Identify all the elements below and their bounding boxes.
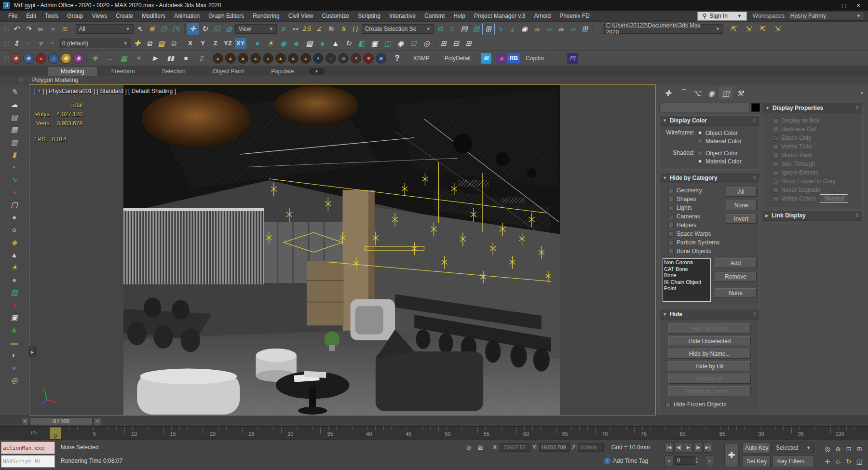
menu-item[interactable]: Phoenix FD (555, 11, 594, 21)
y-coordinate[interactable]: Y:19203.789... (532, 443, 570, 452)
target-icon[interactable]: ◎ (421, 38, 433, 49)
cameras-category-icon[interactable]: ◉ (278, 38, 289, 49)
toolbar-grip[interactable]: ⣿⣿ (2, 26, 10, 31)
category-list[interactable]: Non-CoronaCAT BoneBoneIK Chain ObjectPoi… (663, 258, 711, 302)
percent-snap-toggle-icon[interactable]: % (326, 23, 337, 35)
go-to-end-icon[interactable]: ▶| (703, 442, 712, 453)
film-reel-icon[interactable]: ◉ (395, 38, 407, 49)
previous-key-button[interactable]: « (665, 456, 674, 466)
window-crossing-icon[interactable]: ◳ (170, 23, 182, 35)
display-property-checkbox[interactable]: Never Degrade (773, 186, 859, 194)
hide-button[interactable]: Hide by Hit (668, 361, 751, 371)
tan-sphere-icon[interactable]: ● (7, 212, 22, 223)
viewport-label[interactable]: [ + ] [ PhysCamera001 ] [ Standard ] [ D… (34, 88, 176, 94)
scene-explorer-toggle-icon[interactable]: ⇕ (11, 38, 22, 49)
category-button[interactable]: All (726, 187, 757, 197)
cone-icon[interactable]: ▲ (7, 249, 22, 260)
display-property-checkbox[interactable]: Display as Box (773, 116, 859, 125)
selection-lock-icon[interactable]: ⊠ (475, 443, 485, 452)
menu-item[interactable]: Interactive (385, 11, 420, 21)
toggle-scene-explorer-icon[interactable]: ▤ (459, 23, 470, 35)
selected-dropdown[interactable]: Selected▼ (773, 443, 814, 453)
track-bar[interactable]: ı∿ 5101520253035404550556065707580859095… (0, 426, 868, 440)
maximize-viewport-icon[interactable]: ◱ (854, 456, 864, 467)
display-property-checkbox[interactable]: Motion Path (773, 151, 859, 160)
ribbon-tab[interactable]: Populate (258, 67, 306, 76)
image-plane-icon[interactable]: ▣ (369, 38, 380, 49)
rectangular-selection-region-icon[interactable]: ⊡ (158, 23, 170, 35)
sign-in-button[interactable]: ⚲ Sign In ▼ (697, 12, 747, 21)
plant-icon[interactable]: ♠ (317, 38, 328, 49)
render-production-icon[interactable]: ☕ (555, 23, 567, 35)
select-and-place-icon[interactable]: ◍ (223, 23, 235, 35)
ribbon-grip[interactable]: ⣿⣿ (17, 78, 24, 82)
next-frame-button[interactable]: > (94, 417, 101, 425)
select-and-scale-icon[interactable]: ◱ (211, 23, 223, 35)
category-checkbox[interactable]: Space Warps (668, 229, 726, 238)
teal-chip-icon[interactable]: ▪ (7, 161, 22, 173)
geometry-category-icon[interactable]: ● (252, 38, 263, 49)
help-icon[interactable]: ? (392, 53, 403, 64)
axis-constraint-button[interactable]: XY (235, 38, 246, 49)
category-none-button[interactable]: None (715, 288, 757, 298)
axis-constraint-button[interactable]: X (185, 38, 196, 49)
select-and-rotate-icon[interactable]: ↻ (199, 23, 211, 35)
angle-snap-toggle-icon[interactable]: ∠ (313, 23, 325, 35)
wireframe-material-color-radio[interactable]: Material Color (697, 137, 742, 145)
green-checker-icon[interactable]: ▦ (118, 53, 130, 64)
burst-icon[interactable]: ✱ (363, 53, 374, 64)
arc-rotate-icon[interactable]: ↻ (343, 38, 354, 49)
layer-color-icon[interactable]: ▪ (47, 38, 58, 49)
category-list-item[interactable]: Bone (664, 272, 709, 279)
category-list-item[interactable]: CAT Bone (664, 266, 709, 273)
display-properties-header[interactable]: ▼Display Properties⠿ (762, 103, 862, 113)
use-pivot-point-center-icon[interactable]: ⊕ (277, 23, 289, 35)
green-burst-icon[interactable]: ✶ (133, 53, 144, 64)
display-tab-icon[interactable]: ◫ (719, 87, 732, 99)
auto-key-button[interactable]: Auto Key (743, 442, 771, 454)
gem-tool-icon[interactable]: ◈ (496, 53, 507, 64)
shaded-material-color-radio[interactable]: Material Color (697, 157, 742, 165)
stop-tool-icon[interactable]: ■ (180, 53, 192, 64)
plugin-icon[interactable]: △ (48, 53, 59, 64)
blue-sphere-icon[interactable]: ● (7, 362, 22, 373)
align-icon[interactable]: ≡ (447, 23, 458, 35)
ribbon-media-button[interactable]: ▼ (309, 68, 325, 75)
object-color-swatch[interactable] (751, 103, 760, 112)
render-iterative-icon[interactable]: ☕ (567, 23, 579, 35)
menu-item[interactable]: Edit (22, 11, 41, 21)
category-checkbox[interactable]: Geometry (668, 186, 726, 195)
mini-curve-editor-icon[interactable]: ı∿ (31, 429, 37, 436)
maxscript-listener-white[interactable]: MAXScript Mi (1, 455, 55, 468)
create-tab-icon[interactable]: ✚ (661, 87, 675, 99)
select-object-icon[interactable]: ↖ (134, 23, 146, 35)
grid-a-icon[interactable]: ⊞ (438, 38, 449, 49)
ribbon-tab[interactable]: Object Paint (200, 67, 257, 76)
object-name-field[interactable] (659, 103, 749, 112)
window-tool-icon[interactable]: ▤ (567, 53, 578, 64)
maxscript-listener-pink[interactable]: actionMan.exe (1, 442, 55, 454)
toolbar-grip[interactable]: ⣿⣿ (2, 55, 10, 61)
snaps-toggle-icon[interactable]: 2.5 (301, 23, 313, 35)
zoom-extents-all-icon[interactable]: ⊞ (854, 443, 864, 455)
menu-item[interactable]: Rendering (248, 11, 284, 21)
shaded-object-color-radio[interactable]: Object Color (697, 149, 742, 157)
category-checkbox[interactable]: Lights (668, 203, 726, 212)
zoom-extents-icon[interactable]: ⊡ (844, 443, 854, 455)
display-property-checkbox[interactable]: Backface Cull (773, 125, 859, 134)
axis-constraint-button[interactable]: Z (210, 38, 221, 49)
category-add-button[interactable]: Add (715, 258, 757, 268)
category-button[interactable]: Invert (726, 214, 757, 224)
green-tool-icon[interactable]: ✚ (89, 53, 101, 64)
viewport-layout-flyout[interactable]: ▶ (29, 347, 36, 357)
hide-button[interactable]: Hide Unselected (668, 336, 751, 346)
utilities-tab-icon[interactable]: ⚒ (733, 87, 747, 99)
red-sphere-icon[interactable]: ● (7, 187, 22, 198)
category-checkbox[interactable]: Helpers (668, 221, 726, 229)
sphere-icon[interactable]: ● (7, 274, 22, 285)
edit-named-selection-sets-icon[interactable]: { } (350, 23, 361, 35)
plugin-icon[interactable]: ◉ (61, 53, 71, 64)
menu-item[interactable]: Tools (41, 11, 63, 21)
hide-frozen-objects-checkbox[interactable]: Hide Frozen Objects (663, 400, 757, 409)
plugin-icon[interactable]: ◈ (23, 53, 34, 64)
